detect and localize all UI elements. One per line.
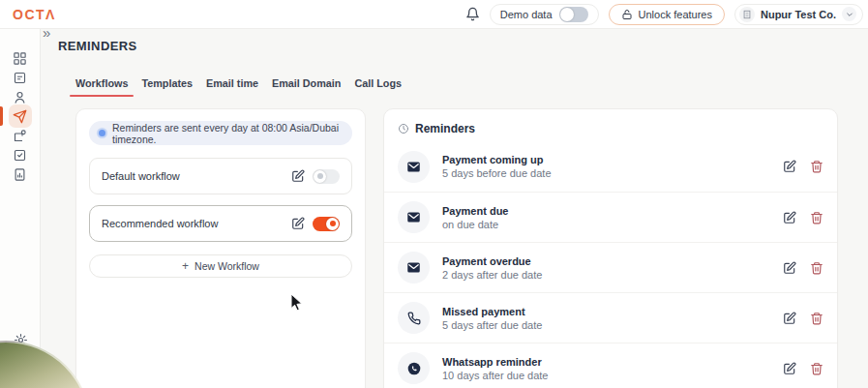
tab-bar: Workflows Templates Email time Email Dom…	[75, 77, 402, 97]
reminder-subtitle: 2 days after due date	[442, 269, 542, 281]
workflow-row-recommended[interactable]: Recommended workflow	[89, 205, 352, 242]
trash-icon[interactable]	[810, 160, 823, 173]
sidebar	[0, 29, 41, 388]
timezone-info-banner: Reminders are sent every day at 08:00 As…	[89, 121, 352, 145]
app-window: OCTΛ Demo data Unlock features Nupur Tes…	[0, 0, 868, 388]
octa-logo: OCTΛ	[0, 7, 56, 22]
reminder-subtitle: 5 days after due date	[442, 319, 542, 331]
edit-icon[interactable]	[291, 169, 305, 183]
sidebar-item-send-icon[interactable]	[9, 104, 32, 128]
collapse-sidebar-icon[interactable]: »	[43, 25, 50, 40]
unlock-features-button[interactable]: Unlock features	[609, 4, 725, 25]
topbar-actions: Demo data Unlock features Nupur Test Co.	[465, 4, 868, 25]
workflow-name: Recommended workflow	[102, 218, 218, 229]
reminder-text: Payment due on due date	[442, 205, 508, 230]
edit-icon[interactable]	[783, 312, 796, 325]
reminders-title: Reminders	[415, 122, 475, 135]
toggle-knob	[560, 8, 574, 21]
clock-icon	[398, 123, 409, 134]
tab-call-logs[interactable]: Call Logs	[354, 77, 402, 97]
reminder-actions	[783, 160, 823, 173]
sidebar-item-invoice-icon[interactable]	[11, 68, 30, 87]
whatsapp-icon	[398, 352, 430, 384]
reminder-title: Payment coming up	[442, 154, 552, 165]
new-workflow-button[interactable]: + New Workflow	[89, 254, 352, 278]
sidebar-item-package-icon[interactable]	[11, 126, 30, 145]
reminder-actions	[783, 312, 823, 325]
workflow-actions	[291, 217, 340, 231]
reminder-text: Payment overdue 2 days after due date	[442, 255, 542, 281]
trash-icon[interactable]	[810, 362, 823, 375]
tab-email-time[interactable]: Email time	[206, 77, 258, 97]
reminder-text: Whatsapp reminder 10 days after due date	[442, 356, 548, 381]
tab-email-domain[interactable]: Email Domain	[272, 77, 341, 97]
workflow-row-default[interactable]: Default workflow	[89, 158, 352, 194]
demo-data-pill: Demo data	[490, 4, 599, 25]
toggle-knob	[314, 170, 326, 183]
mail-icon	[398, 252, 430, 284]
demo-data-label: Demo data	[500, 9, 553, 20]
workflow-toggle[interactable]	[313, 217, 340, 231]
phone-icon	[398, 302, 430, 334]
trash-icon[interactable]	[810, 261, 823, 275]
reminder-title: Payment due	[442, 205, 508, 217]
demo-data-toggle[interactable]	[559, 7, 588, 22]
reminder-text: Missed payment 5 days after due date	[442, 306, 542, 331]
new-workflow-label: New Workflow	[195, 260, 259, 272]
sidebar-item-customers-icon[interactable]	[11, 87, 30, 106]
trash-icon[interactable]	[810, 312, 823, 325]
reminder-row: Whatsapp reminder 10 days after due date	[384, 343, 837, 388]
edit-icon[interactable]	[291, 217, 305, 230]
building-icon	[739, 7, 755, 22]
tab-workflows[interactable]: Workflows	[75, 77, 128, 97]
unlock-features-label: Unlock features	[639, 9, 712, 20]
reminder-row: Missed payment 5 days after due date	[384, 292, 837, 343]
reminder-subtitle: 10 days after due date	[442, 370, 548, 381]
reminders-panel: Reminders Payment coming up 5 days befor…	[383, 108, 838, 388]
reminder-title: Missed payment	[442, 306, 542, 317]
info-icon	[99, 130, 105, 136]
trash-icon[interactable]	[810, 211, 823, 224]
sidebar-item-report-icon[interactable]	[11, 164, 30, 184]
active-indicator	[0, 106, 3, 126]
org-name: Nupur Test Co.	[761, 9, 836, 20]
reminder-row: Payment overdue 2 days after due date	[384, 242, 837, 292]
mail-icon	[398, 201, 430, 233]
bell-icon[interactable]	[465, 7, 480, 21]
mail-icon	[398, 151, 430, 183]
workflow-toggle[interactable]	[313, 169, 340, 184]
reminder-row: Payment coming up 5 days before due date	[384, 141, 837, 192]
top-bar: OCTΛ Demo data Unlock features Nupur Tes…	[0, 0, 868, 29]
workflow-name: Default workflow	[102, 170, 180, 182]
edit-icon[interactable]	[783, 160, 796, 173]
edit-icon[interactable]	[783, 261, 796, 275]
plus-icon: +	[182, 259, 189, 273]
org-switcher[interactable]: Nupur Test Co.	[734, 4, 863, 25]
tab-templates[interactable]: Templates	[141, 77, 193, 97]
reminder-title: Payment overdue	[442, 255, 542, 267]
workflows-panel: Reminders are sent every day at 08:00 As…	[75, 108, 366, 388]
edit-icon[interactable]	[783, 211, 796, 224]
reminders-header: Reminders	[384, 109, 837, 141]
reminder-row: Payment due on due date	[384, 192, 837, 242]
chevron-down-icon	[842, 7, 856, 21]
toggle-knob	[326, 218, 339, 230]
lock-icon	[621, 9, 633, 20]
reminder-actions	[783, 211, 823, 224]
page-title: REMINDERS	[58, 39, 137, 53]
workflow-actions	[291, 169, 340, 184]
reminder-title: Whatsapp reminder	[442, 356, 548, 368]
sidebar-item-tasks-icon[interactable]	[11, 145, 30, 164]
timezone-info-text: Reminders are sent every day at 08:00 As…	[112, 122, 343, 145]
reminder-text: Payment coming up 5 days before due date	[442, 154, 552, 179]
sidebar-item-dashboard-icon[interactable]	[11, 48, 30, 68]
reminder-actions	[783, 362, 823, 375]
reminder-subtitle: on due date	[442, 219, 508, 230]
reminder-actions	[783, 261, 823, 275]
reminder-subtitle: 5 days before due date	[442, 167, 552, 179]
edit-icon[interactable]	[783, 362, 796, 375]
